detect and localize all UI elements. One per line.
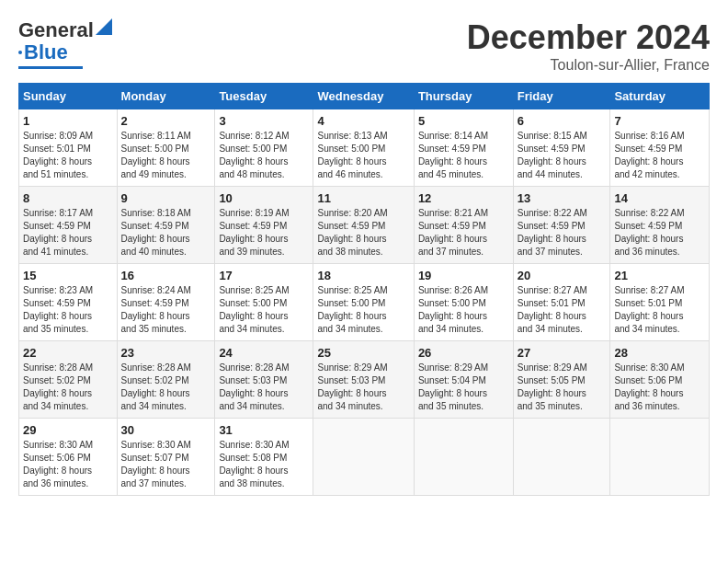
day-number: 8 (23, 191, 113, 205)
calendar-cell: 30Sunrise: 8:30 AM Sunset: 5:07 PM Dayli… (117, 419, 215, 496)
calendar-cell: 21Sunrise: 8:27 AM Sunset: 5:01 PM Dayli… (610, 264, 710, 341)
day-info: Sunrise: 8:27 AM Sunset: 5:01 PM Dayligh… (518, 284, 607, 336)
day-info: Sunrise: 8:18 AM Sunset: 4:59 PM Dayligh… (121, 207, 211, 259)
calendar-day-header: Friday (513, 84, 610, 109)
day-info: Sunrise: 8:15 AM Sunset: 4:59 PM Dayligh… (518, 130, 607, 181)
calendar-cell (513, 419, 610, 496)
day-info: Sunrise: 8:20 AM Sunset: 4:59 PM Dayligh… (317, 207, 409, 259)
calendar-day-header: Wednesday (313, 84, 414, 109)
calendar-title: December 2024 (467, 18, 710, 57)
calendar-cell: 10Sunrise: 8:19 AM Sunset: 4:59 PM Dayli… (215, 187, 313, 264)
calendar-day-header: Monday (117, 84, 215, 109)
calendar-cell: 22Sunrise: 8:28 AM Sunset: 5:02 PM Dayli… (19, 341, 118, 419)
day-number: 11 (317, 191, 409, 205)
day-info: Sunrise: 8:29 AM Sunset: 5:03 PM Dayligh… (317, 362, 409, 413)
calendar-week-row: 29Sunrise: 8:30 AM Sunset: 5:06 PM Dayli… (19, 419, 710, 496)
calendar-cell: 9Sunrise: 8:18 AM Sunset: 4:59 PM Daylig… (117, 187, 215, 264)
day-number: 17 (219, 269, 309, 282)
calendar-day-header: Thursday (414, 84, 513, 109)
calendar-subtitle: Toulon-sur-Allier, France (467, 57, 710, 74)
calendar-cell: 14Sunrise: 8:22 AM Sunset: 4:59 PM Dayli… (610, 187, 710, 264)
day-info: Sunrise: 8:30 AM Sunset: 5:06 PM Dayligh… (614, 362, 705, 413)
day-info: Sunrise: 8:28 AM Sunset: 5:02 PM Dayligh… (23, 362, 113, 413)
day-info: Sunrise: 8:09 AM Sunset: 5:01 PM Dayligh… (23, 130, 113, 181)
calendar-cell: 19Sunrise: 8:26 AM Sunset: 5:00 PM Dayli… (414, 264, 513, 341)
calendar-cell: 4Sunrise: 8:13 AM Sunset: 5:00 PM Daylig… (313, 109, 414, 187)
logo-arrow-icon (96, 18, 112, 35)
day-info: Sunrise: 8:22 AM Sunset: 4:59 PM Dayligh… (614, 207, 705, 259)
day-info: Sunrise: 8:30 AM Sunset: 5:07 PM Dayligh… (121, 439, 211, 490)
calendar-cell: 26Sunrise: 8:29 AM Sunset: 5:04 PM Dayli… (414, 341, 513, 419)
day-info: Sunrise: 8:24 AM Sunset: 4:59 PM Dayligh… (121, 284, 211, 336)
day-number: 31 (219, 423, 309, 437)
day-number: 12 (418, 191, 509, 205)
calendar-week-row: 15Sunrise: 8:23 AM Sunset: 4:59 PM Dayli… (19, 264, 710, 341)
calendar-cell (610, 419, 710, 496)
day-info: Sunrise: 8:30 AM Sunset: 5:06 PM Dayligh… (23, 439, 113, 490)
day-number: 1 (23, 114, 113, 128)
calendar-day-header: Saturday (610, 84, 710, 109)
calendar-cell: 11Sunrise: 8:20 AM Sunset: 4:59 PM Dayli… (313, 187, 414, 264)
calendar-cell: 7Sunrise: 8:16 AM Sunset: 4:59 PM Daylig… (610, 109, 710, 187)
day-number: 25 (317, 346, 409, 360)
day-number: 28 (614, 346, 705, 360)
day-info: Sunrise: 8:29 AM Sunset: 5:05 PM Dayligh… (518, 362, 607, 413)
day-number: 29 (23, 423, 113, 437)
day-number: 30 (121, 423, 211, 437)
calendar-day-header: Tuesday (215, 84, 313, 109)
calendar-week-row: 22Sunrise: 8:28 AM Sunset: 5:02 PM Dayli… (19, 341, 710, 419)
logo-line (18, 66, 83, 69)
day-number: 4 (317, 114, 409, 128)
page-header: General Blue December 2024 Toulon-sur-Al… (18, 18, 710, 74)
calendar-cell: 20Sunrise: 8:27 AM Sunset: 5:01 PM Dayli… (513, 264, 610, 341)
day-number: 9 (121, 191, 211, 205)
day-info: Sunrise: 8:27 AM Sunset: 5:01 PM Dayligh… (614, 284, 705, 336)
day-number: 2 (121, 114, 211, 128)
day-number: 15 (23, 269, 113, 282)
day-number: 22 (23, 346, 113, 360)
calendar-cell: 12Sunrise: 8:21 AM Sunset: 4:59 PM Dayli… (414, 187, 513, 264)
day-number: 27 (518, 346, 607, 360)
calendar-cell: 3Sunrise: 8:12 AM Sunset: 5:00 PM Daylig… (215, 109, 313, 187)
day-number: 19 (418, 269, 509, 282)
day-number: 5 (418, 114, 509, 128)
calendar-header: SundayMondayTuesdayWednesdayThursdayFrid… (19, 84, 710, 109)
calendar-cell (414, 419, 513, 496)
calendar-cell: 2Sunrise: 8:11 AM Sunset: 5:00 PM Daylig… (117, 109, 215, 187)
logo: General Blue (18, 18, 112, 69)
calendar-cell: 13Sunrise: 8:22 AM Sunset: 4:59 PM Dayli… (513, 187, 610, 264)
calendar-table: SundayMondayTuesdayWednesdayThursdayFrid… (18, 83, 710, 496)
calendar-cell (313, 419, 414, 496)
day-info: Sunrise: 8:12 AM Sunset: 5:00 PM Dayligh… (219, 130, 309, 181)
day-number: 13 (518, 191, 607, 205)
day-number: 24 (219, 346, 309, 360)
day-number: 21 (614, 269, 705, 282)
day-info: Sunrise: 8:14 AM Sunset: 4:59 PM Dayligh… (418, 130, 509, 181)
calendar-cell: 24Sunrise: 8:28 AM Sunset: 5:03 PM Dayli… (215, 341, 313, 419)
calendar-day-header: Sunday (19, 84, 118, 109)
day-number: 10 (219, 191, 309, 205)
day-info: Sunrise: 8:13 AM Sunset: 5:00 PM Dayligh… (317, 130, 409, 181)
day-info: Sunrise: 8:28 AM Sunset: 5:03 PM Dayligh… (219, 362, 309, 413)
day-info: Sunrise: 8:22 AM Sunset: 4:59 PM Dayligh… (518, 207, 607, 259)
day-number: 7 (614, 114, 705, 128)
day-info: Sunrise: 8:17 AM Sunset: 4:59 PM Dayligh… (23, 207, 113, 259)
calendar-cell: 28Sunrise: 8:30 AM Sunset: 5:06 PM Dayli… (610, 341, 710, 419)
day-info: Sunrise: 8:25 AM Sunset: 5:00 PM Dayligh… (219, 284, 309, 336)
calendar-cell: 23Sunrise: 8:28 AM Sunset: 5:02 PM Dayli… (117, 341, 215, 419)
day-info: Sunrise: 8:29 AM Sunset: 5:04 PM Dayligh… (418, 362, 509, 413)
day-info: Sunrise: 8:11 AM Sunset: 5:00 PM Dayligh… (121, 130, 211, 181)
day-number: 26 (418, 346, 509, 360)
day-info: Sunrise: 8:30 AM Sunset: 5:08 PM Dayligh… (219, 439, 309, 490)
day-number: 23 (121, 346, 211, 360)
calendar-body: 1Sunrise: 8:09 AM Sunset: 5:01 PM Daylig… (19, 109, 710, 496)
day-info: Sunrise: 8:21 AM Sunset: 4:59 PM Dayligh… (418, 207, 509, 259)
day-info: Sunrise: 8:26 AM Sunset: 5:00 PM Dayligh… (418, 284, 509, 336)
calendar-cell: 1Sunrise: 8:09 AM Sunset: 5:01 PM Daylig… (19, 109, 118, 187)
calendar-cell: 15Sunrise: 8:23 AM Sunset: 4:59 PM Dayli… (19, 264, 118, 341)
title-block: December 2024 Toulon-sur-Allier, France (467, 18, 710, 74)
calendar-cell: 5Sunrise: 8:14 AM Sunset: 4:59 PM Daylig… (414, 109, 513, 187)
day-info: Sunrise: 8:25 AM Sunset: 5:00 PM Dayligh… (317, 284, 409, 336)
calendar-cell: 16Sunrise: 8:24 AM Sunset: 4:59 PM Dayli… (117, 264, 215, 341)
calendar-cell: 6Sunrise: 8:15 AM Sunset: 4:59 PM Daylig… (513, 109, 610, 187)
